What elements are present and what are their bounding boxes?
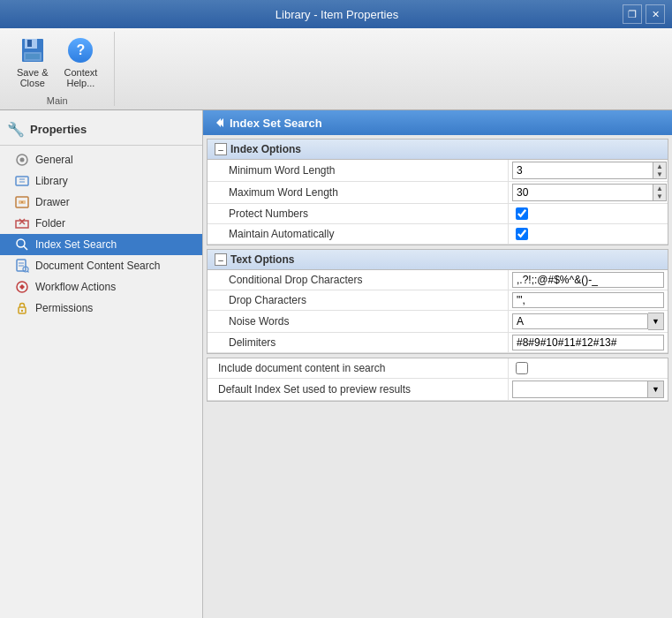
svg-line-21 [27, 271, 29, 273]
svg-rect-4 [26, 54, 40, 59]
noise-words-value: A ▼ [508, 311, 668, 332]
default-index-set-dropdown: ▼ [512, 381, 664, 398]
max-word-length-value: ▲ ▼ [508, 182, 670, 203]
sidebar-item-permissions-label: Permissions [35, 302, 93, 314]
include-doc-content-checkbox[interactable] [516, 362, 528, 374]
sidebar-item-index-set-search-label: Index Set Search [35, 238, 117, 251]
min-word-length-spinbox-btns: ▲ ▼ [653, 162, 667, 179]
include-doc-content-checkbox-wrap [512, 362, 532, 374]
max-word-length-spinbox-btns: ▲ ▼ [653, 184, 667, 201]
delimiters-row: Delimiters [208, 333, 668, 353]
save-close-label: Save &Close [17, 67, 48, 88]
maintain-automatically-label: Maintain Automatically [208, 225, 508, 243]
folder-icon [14, 215, 30, 231]
sidebar-item-workflow-actions-label: Workflow Actions [35, 281, 116, 293]
svg-point-6 [20, 158, 25, 162]
permissions-icon [14, 300, 30, 316]
noise-words-dropdown-arrow[interactable]: ▼ [648, 313, 664, 330]
collapse-index-options-btn[interactable]: – [215, 143, 227, 155]
drawer-icon [14, 194, 30, 210]
sidebar-item-general[interactable]: General [0, 149, 202, 170]
conditional-drop-chars-label: Conditional Drop Characters [208, 271, 508, 289]
noise-words-dropdown: A ▼ [512, 313, 664, 330]
sidebar-header-label: Properties [30, 123, 87, 136]
sidebar-item-document-content-search-label: Document Content Search [35, 260, 160, 272]
min-word-length-up-btn[interactable]: ▲ [653, 162, 666, 170]
max-word-length-row: Maximum Word Length ▲ ▼ [208, 182, 668, 204]
sidebar-item-workflow-actions[interactable]: Workflow Actions [0, 276, 202, 298]
section-text-options: – Text Options Conditional Drop Characte… [207, 249, 668, 354]
max-word-length-up-btn[interactable]: ▲ [653, 185, 666, 192]
delimiters-value [508, 333, 668, 352]
general-icon [14, 152, 30, 168]
sidebar-item-document-content-search[interactable]: Document Content Search [0, 255, 202, 276]
svg-rect-2 [27, 40, 32, 47]
svg-line-16 [24, 246, 28, 251]
context-help-button[interactable]: ? ContextHelp... [57, 32, 103, 93]
sidebar-header: 🔧 Properties [0, 117, 202, 146]
default-index-set-value-display [512, 381, 648, 398]
delimiters-label: Delimiters [208, 334, 508, 351]
section-index-options-title: Index Options [230, 143, 301, 155]
sidebar: 🔧 Properties General Library Drawer [0, 110, 203, 618]
sidebar-item-folder-label: Folder [35, 217, 65, 230]
help-icon: ? [66, 36, 94, 64]
properties-icon: 🔧 [7, 121, 25, 138]
default-index-set-value: ▼ [508, 379, 668, 400]
protect-numbers-checkbox-wrap [512, 207, 532, 220]
drop-characters-input[interactable] [512, 292, 664, 308]
noise-words-row: Noise Words A ▼ [208, 311, 668, 333]
protect-numbers-label: Protect Numbers [208, 205, 508, 222]
document-content-search-icon [14, 258, 30, 274]
sidebar-item-index-set-search[interactable]: Index Set Search [0, 234, 202, 255]
svg-rect-7 [16, 177, 28, 185]
sidebar-item-folder[interactable]: Folder [0, 213, 202, 234]
maintain-automatically-value [508, 224, 668, 244]
drop-characters-value [508, 290, 668, 310]
restore-button[interactable]: ❐ [623, 4, 642, 24]
noise-words-label: Noise Words [208, 313, 508, 330]
include-doc-content-row: Include document content in search [208, 358, 668, 379]
sidebar-item-library-label: Library [35, 175, 68, 187]
min-word-length-spinbox: ▲ ▼ [512, 162, 667, 179]
window-title: Library - Item Properties [51, 8, 623, 21]
toolbar-section-label: Main [47, 95, 68, 106]
max-word-length-label: Maximum Word Length [208, 184, 508, 201]
collapse-text-options-btn[interactable]: – [215, 253, 227, 266]
nav-left-icon [212, 116, 226, 130]
include-doc-content-label: Include document content in search [208, 359, 508, 377]
min-word-length-label: Minimum Word Length [208, 162, 508, 179]
conditional-drop-chars-input[interactable] [512, 272, 664, 288]
content-header-title: Index Set Search [230, 117, 322, 130]
content-area: Index Set Search – Index Options Minimum… [203, 110, 672, 618]
conditional-drop-chars-row: Conditional Drop Characters [208, 270, 668, 290]
library-icon [14, 173, 30, 189]
sidebar-item-drawer[interactable]: Drawer [0, 192, 202, 213]
min-word-length-row: Minimum Word Length ▲ ▼ [208, 160, 668, 182]
sidebar-item-drawer-label: Drawer [35, 196, 70, 208]
protect-numbers-checkbox[interactable] [516, 207, 528, 220]
min-word-length-down-btn[interactable]: ▼ [653, 170, 666, 178]
max-word-length-down-btn[interactable]: ▼ [653, 192, 666, 200]
sidebar-item-permissions[interactable]: Permissions [0, 298, 202, 319]
drop-characters-row: Drop Characters [208, 290, 668, 311]
noise-words-dropdown-value: A [517, 315, 524, 328]
content-header: Index Set Search [203, 110, 672, 135]
max-word-length-input[interactable] [512, 184, 653, 201]
sidebar-item-general-label: General [35, 154, 73, 166]
delimiters-input[interactable] [512, 335, 664, 350]
save-close-button[interactable]: Save &Close [11, 32, 54, 93]
include-doc-content-value [508, 358, 668, 378]
title-bar-controls: ❐ ✕ [623, 4, 665, 24]
workflow-actions-icon [14, 279, 30, 295]
min-word-length-input[interactable] [512, 162, 653, 179]
sidebar-item-library[interactable]: Library [0, 170, 202, 192]
min-word-length-value: ▲ ▼ [508, 160, 670, 181]
noise-words-dropdown-btn[interactable]: A [512, 313, 648, 329]
maintain-automatically-row: Maintain Automatically [208, 224, 668, 245]
svg-point-24 [21, 310, 23, 312]
maintain-automatically-checkbox[interactable] [516, 228, 528, 240]
section-index-options: – Index Options Minimum Word Length ▲ ▼ [207, 139, 668, 245]
close-button[interactable]: ✕ [646, 4, 665, 24]
default-index-set-dropdown-arrow[interactable]: ▼ [648, 381, 664, 398]
